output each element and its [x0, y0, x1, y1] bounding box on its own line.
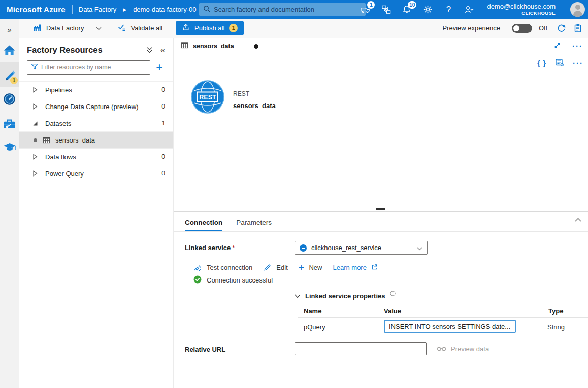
- top-header-bar: Microsoft Azure Data Factory ▶ demo-data…: [0, 0, 588, 19]
- test-connection-button[interactable]: Test connection: [193, 262, 252, 273]
- tree-item-data-flows[interactable]: Data flows 0: [19, 149, 173, 165]
- tree-item-pipelines[interactable]: Pipelines 0: [19, 82, 173, 98]
- dataset-canvas: REST REST sensors_data: [174, 72, 588, 211]
- property-value-input[interactable]: [384, 320, 516, 333]
- connection-status-label: Connection successful: [207, 276, 273, 284]
- clipboard-notes-icon[interactable]: [573, 23, 583, 33]
- success-check-icon: [193, 275, 202, 285]
- tree-item-label: Power Query: [45, 170, 161, 178]
- panel-tabs: Connection Parameters: [174, 212, 588, 232]
- nav-learning-center[interactable]: [0, 135, 19, 160]
- relative-url-input[interactable]: [295, 342, 427, 355]
- validate-check-icon: [118, 23, 126, 33]
- breadcrumb-app[interactable]: Data Factory: [79, 6, 116, 13]
- filter-resources-input[interactable]: [41, 64, 146, 71]
- editor-more-ellipsis-icon[interactable]: ···: [573, 61, 583, 66]
- factory-menu[interactable]: Data Factory: [33, 23, 102, 33]
- tree-item-power-query[interactable]: Power Query 0: [19, 165, 173, 182]
- new-button[interactable]: + New: [299, 264, 322, 271]
- publish-all-button[interactable]: Publish all 1: [176, 21, 244, 35]
- learn-more-link[interactable]: Learn more: [333, 264, 377, 272]
- tab-more-ellipsis-icon[interactable]: ···: [572, 44, 583, 49]
- avatar[interactable]: [570, 2, 585, 17]
- dataset-grid-icon: [43, 136, 50, 144]
- refresh-icon[interactable]: [556, 23, 566, 33]
- table-header-divider: [298, 317, 588, 318]
- tab-connection[interactable]: Connection: [185, 219, 222, 231]
- manage-toolbox-icon: [3, 118, 16, 129]
- filter-row: +: [27, 60, 166, 75]
- filter-input-wrap[interactable]: [27, 60, 150, 75]
- deployment-truck-icon[interactable]: 1: [360, 5, 370, 15]
- collapse-all-icon[interactable]: [146, 47, 153, 54]
- tree-item-sensors-data[interactable]: sensors_data: [19, 132, 173, 149]
- left-nav-rail: » 1: [0, 19, 19, 388]
- nav-monitor[interactable]: [0, 87, 19, 111]
- chevron-right-icon[interactable]: [32, 154, 39, 160]
- deployment-badge: 1: [367, 1, 375, 9]
- tabstrip-actions: ···: [553, 38, 583, 54]
- dataset-name-label: sensors_data: [55, 136, 165, 144]
- expand-diagonal-icon[interactable]: [553, 42, 561, 51]
- toolbar-right-group: Preview experience Off: [442, 23, 583, 33]
- plus-icon: +: [299, 264, 305, 271]
- header-divider: [72, 5, 73, 14]
- column-header-name: Name: [304, 307, 321, 315]
- factory-resources-header: Factory Resources «: [19, 38, 173, 55]
- nav-manage[interactable]: [0, 111, 19, 135]
- collapse-panel-icon[interactable]: «: [160, 46, 165, 55]
- nav-home[interactable]: [0, 38, 19, 62]
- edit-pencil-icon: [263, 263, 272, 273]
- account-info[interactable]: demo@clickhouse.com CLICKHOUSE: [487, 3, 556, 16]
- chevron-right-icon[interactable]: [32, 87, 39, 93]
- toggle-state-label: Off: [539, 24, 547, 32]
- rest-dataset-card[interactable]: REST REST sensors_data: [191, 80, 276, 114]
- tree-item-change-data-capture[interactable]: Change Data Capture (preview) 0: [19, 98, 173, 115]
- editor-action-row: { } ···: [174, 55, 588, 72]
- tree-item-count: 1: [161, 120, 165, 127]
- azure-brand[interactable]: Microsoft Azure: [0, 5, 72, 14]
- required-asterisk: *: [232, 244, 235, 252]
- properties-list-icon[interactable]: [555, 58, 564, 69]
- edit-label: Edit: [276, 264, 287, 271]
- tab-title: sensors_data: [193, 43, 234, 50]
- validate-all-button[interactable]: Validate all: [118, 23, 162, 33]
- settings-gear-icon[interactable]: [422, 5, 433, 15]
- panel-splitter-handle[interactable]: [376, 208, 385, 210]
- chevron-expanded-icon[interactable]: [32, 121, 39, 126]
- global-search[interactable]: [199, 3, 366, 16]
- preview-experience-toggle[interactable]: [512, 24, 532, 33]
- learn-more-label: Learn more: [333, 264, 366, 271]
- tree-item-datasets[interactable]: Datasets 1: [19, 115, 173, 132]
- external-link-icon: [371, 264, 378, 272]
- expand-rail-icon[interactable]: »: [0, 21, 19, 38]
- resource-tree: Pipelines 0 Change Data Capture (preview…: [19, 81, 173, 182]
- tabstrip-border: [265, 54, 588, 54]
- feedback-person-icon[interactable]: [464, 5, 474, 15]
- search-input[interactable]: [214, 6, 362, 13]
- linked-service-value: clickhouse_rest_service: [311, 244, 412, 252]
- chevron-down-icon: [96, 24, 102, 32]
- chevron-right-icon[interactable]: [32, 170, 39, 177]
- chevron-up-icon[interactable]: [575, 218, 581, 222]
- factory-resources-panel: Factory Resources « + Pipelines 0: [19, 38, 174, 388]
- code-braces-icon[interactable]: { }: [537, 59, 546, 67]
- linked-service-properties-section[interactable]: Linked service properties: [295, 292, 396, 300]
- preview-data-button[interactable]: Preview data: [437, 345, 489, 353]
- linked-service-dropdown[interactable]: clickhouse_rest_service: [295, 241, 428, 255]
- filter-funnel-icon: [31, 63, 38, 72]
- publish-all-label: Publish all: [194, 24, 224, 32]
- info-icon: [390, 291, 396, 296]
- nav-author[interactable]: 1: [0, 62, 19, 87]
- notifications-bell-icon[interactable]: 10: [402, 5, 412, 15]
- help-icon[interactable]: ?: [443, 5, 453, 15]
- edit-button[interactable]: Edit: [263, 263, 287, 273]
- tab-sensors-data[interactable]: sensors_data: [174, 38, 265, 54]
- tab-parameters[interactable]: Parameters: [236, 219, 272, 231]
- breadcrumb-factory-name[interactable]: demo-data-factory-00: [133, 6, 196, 13]
- chevron-right-icon[interactable]: [32, 103, 39, 110]
- add-resource-button[interactable]: +: [153, 61, 166, 74]
- linked-service-label: Linked service*: [185, 244, 295, 252]
- switch-windows-icon[interactable]: [381, 5, 391, 15]
- linked-service-row: Linked service* clickhouse_rest_service: [185, 241, 428, 255]
